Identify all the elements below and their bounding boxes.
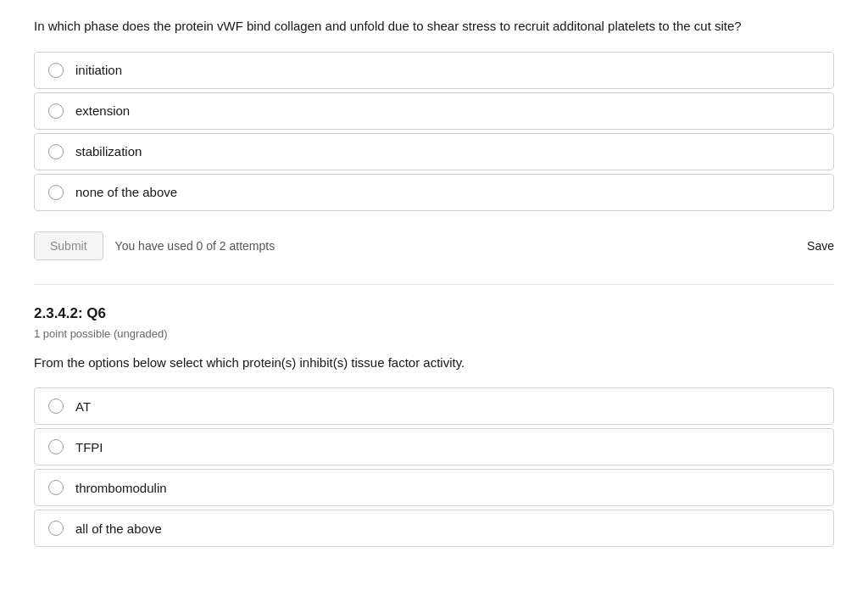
q6-radio-thrombomodulin[interactable]: [48, 480, 64, 495]
q5-save-button[interactable]: Save: [807, 239, 834, 253]
q5-radio-extension[interactable]: [48, 103, 64, 119]
section-divider: [34, 284, 834, 285]
q6-question-text: From the options below select which prot…: [34, 354, 834, 373]
q5-option-none[interactable]: none of the above: [34, 174, 834, 211]
q5-option-stabilization-label: stabilization: [75, 144, 142, 159]
q6-options-list: AT TFPI thrombomodulin all of the above: [34, 387, 834, 547]
q5-option-initiation-label: initiation: [75, 63, 122, 77]
q6-option-AT-label: AT: [75, 399, 91, 414]
q6-radio-all[interactable]: [48, 521, 64, 536]
q5-option-initiation[interactable]: initiation: [34, 52, 834, 89]
q5-radio-none[interactable]: [48, 185, 64, 200]
q5-submit-button[interactable]: Submit: [34, 231, 103, 260]
q6-radio-TFPI[interactable]: [48, 439, 64, 454]
q5-option-stabilization[interactable]: stabilization: [34, 133, 834, 170]
q6-option-all[interactable]: all of the above: [34, 510, 834, 547]
q6-id-label: 2.3.4.2: Q6: [34, 305, 834, 322]
q5-option-extension-label: extension: [75, 103, 130, 118]
q6-option-thrombomodulin[interactable]: thrombomodulin: [34, 469, 834, 506]
q6-option-TFPI[interactable]: TFPI: [34, 428, 834, 465]
q5-question-text: In which phase does the protein vWF bind…: [34, 17, 834, 36]
q5-radio-stabilization[interactable]: [48, 144, 64, 159]
q5-option-none-label: none of the above: [75, 185, 177, 199]
q5-attempts-text: You have used 0 of 2 attempts: [115, 239, 808, 253]
q5-options-list: initiation extension stabilization none …: [34, 52, 834, 211]
q6-option-AT[interactable]: AT: [34, 387, 834, 425]
q6-option-thrombomodulin-label: thrombomodulin: [75, 481, 167, 495]
q5-action-row: Submit You have used 0 of 2 attempts Sav…: [34, 231, 834, 260]
q5-radio-initiation[interactable]: [48, 63, 64, 78]
q6-option-TFPI-label: TFPI: [75, 440, 103, 454]
q6-option-all-label: all of the above: [75, 521, 162, 536]
q5-option-extension[interactable]: extension: [34, 92, 834, 130]
q6-radio-AT[interactable]: [48, 398, 64, 414]
q6-points-text: 1 point possible (ungraded): [34, 327, 834, 340]
